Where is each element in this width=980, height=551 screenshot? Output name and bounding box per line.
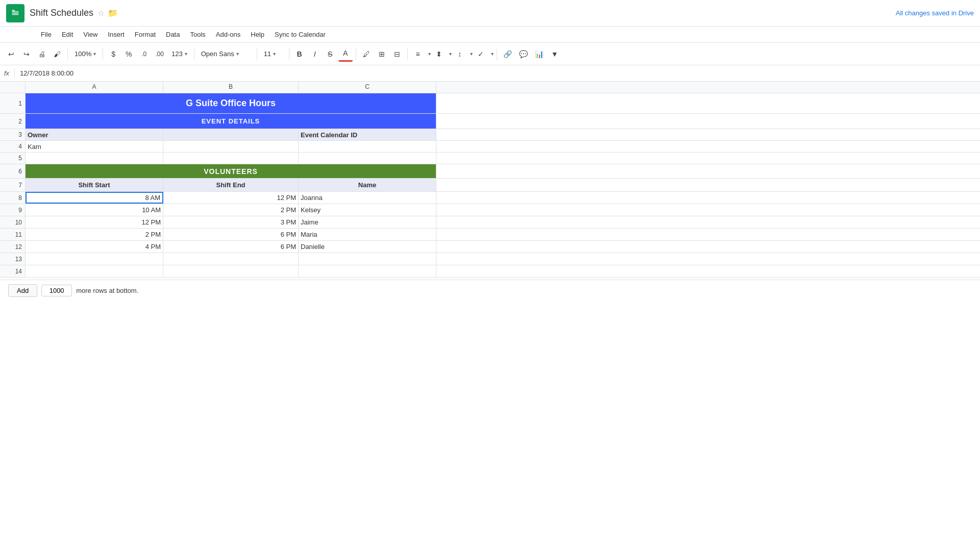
cell-c13[interactable] — [299, 253, 436, 265]
more-rows-label: more rows at bottom. — [76, 287, 138, 294]
cell-b10[interactable]: 3 PM — [163, 216, 299, 228]
menu-insert[interactable]: Insert — [103, 29, 130, 40]
menu-sync[interactable]: Sync to Calendar — [270, 29, 331, 40]
chart-button[interactable]: 📊 — [532, 46, 547, 62]
format123-dropdown[interactable]: 123 ▾ — [168, 46, 191, 62]
menu-help[interactable]: Help — [246, 29, 270, 40]
menu-addons[interactable]: Add-ons — [211, 29, 246, 40]
borders-button[interactable]: ⊞ — [375, 46, 389, 62]
cell-b3[interactable] — [163, 129, 299, 140]
align-left-button[interactable]: ≡ — [411, 46, 425, 62]
dec-dec-button[interactable]: .00 — [152, 46, 167, 62]
cell-a3[interactable]: Owner — [26, 129, 163, 140]
cell-b7[interactable]: Shift End — [163, 179, 299, 191]
cell-a9[interactable]: 10 AM — [26, 204, 163, 216]
app-icon — [6, 4, 24, 22]
menu-format[interactable]: Format — [130, 29, 161, 40]
cell-a14[interactable] — [26, 265, 163, 277]
row-num-header — [0, 82, 26, 93]
row-num-11: 11 — [0, 229, 26, 240]
cell-c14[interactable] — [299, 265, 436, 277]
svg-rect-2 — [12, 13, 19, 13]
cell-b11[interactable]: 6 PM — [163, 229, 299, 240]
cell-b13[interactable] — [163, 253, 299, 265]
save-status-link[interactable]: All changes saved in Drive — [896, 9, 974, 17]
cell-a2[interactable]: EVENT DETAILS — [26, 114, 436, 129]
cell-c9[interactable]: Kelsey — [299, 204, 436, 216]
cell-c11[interactable]: Maria — [299, 229, 436, 240]
menu-edit[interactable]: Edit — [57, 29, 78, 40]
cell-c12[interactable]: Danielle — [299, 241, 436, 253]
svg-rect-3 — [12, 14, 19, 14]
table-row: 9 10 AM 2 PM Kelsey — [0, 204, 980, 216]
bold-button[interactable]: B — [292, 46, 307, 62]
cell-a11[interactable]: 2 PM — [26, 229, 163, 240]
toolbar-divider-8 — [497, 48, 497, 60]
cell-a5[interactable] — [26, 153, 163, 164]
cell-c3[interactable]: Event Calendar ID — [299, 129, 436, 140]
cell-a6[interactable]: VOLUNTEERS — [26, 164, 436, 178]
add-rows-button[interactable]: Add — [8, 284, 37, 297]
cell-b14[interactable] — [163, 265, 299, 277]
menu-tools[interactable]: Tools — [185, 29, 210, 40]
cell-a10[interactable]: 12 PM — [26, 216, 163, 228]
row-num-8: 8 — [0, 192, 26, 204]
star-icon[interactable]: ☆ — [97, 8, 105, 18]
toolbar-divider-1 — [67, 48, 68, 60]
folder-icon[interactable]: 📁 — [108, 8, 118, 18]
cell-b5[interactable] — [163, 153, 299, 164]
formula-content[interactable]: 12/7/2018 8:00:00 — [20, 69, 74, 77]
undo-button[interactable]: ↩ — [4, 46, 18, 62]
cell-a1[interactable]: G Suite Office Hours — [26, 93, 436, 113]
text-color-button[interactable]: A — [338, 46, 353, 62]
row-num-9: 9 — [0, 204, 26, 216]
table-row: 7 Shift Start Shift End Name — [0, 179, 980, 192]
col-header-b[interactable]: B — [163, 82, 299, 93]
paint-format-button[interactable]: 🖌 — [50, 46, 64, 62]
rows-count-input[interactable] — [41, 285, 72, 296]
wrap-button[interactable]: ✓ — [474, 46, 488, 62]
highlight-button[interactable]: 🖊 — [359, 46, 374, 62]
cell-b9[interactable]: 2 PM — [163, 204, 299, 216]
row-num-14: 14 — [0, 265, 26, 277]
font-dropdown[interactable]: Open Sans ▾ — [198, 46, 254, 62]
cell-c10[interactable]: Jaime — [299, 216, 436, 228]
svg-rect-1 — [12, 11, 19, 12]
cell-c8[interactable]: Joanna — [299, 192, 436, 204]
cell-a8[interactable]: 8 AM — [26, 192, 163, 204]
cell-b4[interactable] — [163, 141, 299, 152]
svg-rect-4 — [12, 10, 15, 11]
cell-c7[interactable]: Name — [299, 179, 436, 191]
menu-data[interactable]: Data — [161, 29, 185, 40]
cell-c5[interactable] — [299, 153, 436, 164]
cell-b8[interactable]: 12 PM — [163, 192, 299, 204]
italic-button[interactable]: I — [308, 46, 322, 62]
cell-a4[interactable]: Kam — [26, 141, 163, 152]
col-header-a[interactable]: A — [26, 82, 163, 93]
menu-file[interactable]: File — [36, 29, 57, 40]
col-header-c[interactable]: C — [299, 82, 436, 93]
menu-view[interactable]: View — [78, 29, 103, 40]
cell-a12[interactable]: 4 PM — [26, 241, 163, 253]
wrap-dropdown-arrow: ▾ — [491, 51, 494, 57]
cell-a13[interactable] — [26, 253, 163, 265]
formula-divider — [14, 68, 15, 79]
currency-button[interactable]: $ — [106, 46, 120, 62]
zoom-dropdown[interactable]: 100% ▾ — [71, 46, 100, 62]
comment-button[interactable]: 💬 — [516, 46, 531, 62]
cell-b12[interactable]: 6 PM — [163, 241, 299, 253]
print-button[interactable]: 🖨 — [35, 46, 49, 62]
dec-inc-button[interactable]: .0 — [137, 46, 151, 62]
text-rotate-button[interactable]: ↕ — [453, 46, 467, 62]
cell-c4[interactable] — [299, 141, 436, 152]
title-bar: Shift Schedules ☆ 📁 All changes saved in… — [0, 0, 980, 27]
align-vert-button[interactable]: ⬍ — [432, 46, 446, 62]
strikethrough-button[interactable]: S — [323, 46, 337, 62]
fontsize-dropdown[interactable]: 11 ▾ — [260, 46, 286, 62]
cell-a7[interactable]: Shift Start — [26, 179, 163, 191]
redo-button[interactable]: ↪ — [19, 46, 34, 62]
link-button[interactable]: 🔗 — [500, 46, 515, 62]
percent-button[interactable]: % — [121, 46, 136, 62]
merge-button[interactable]: ⊟ — [390, 46, 404, 62]
filter-button[interactable]: ▼ — [548, 46, 562, 62]
